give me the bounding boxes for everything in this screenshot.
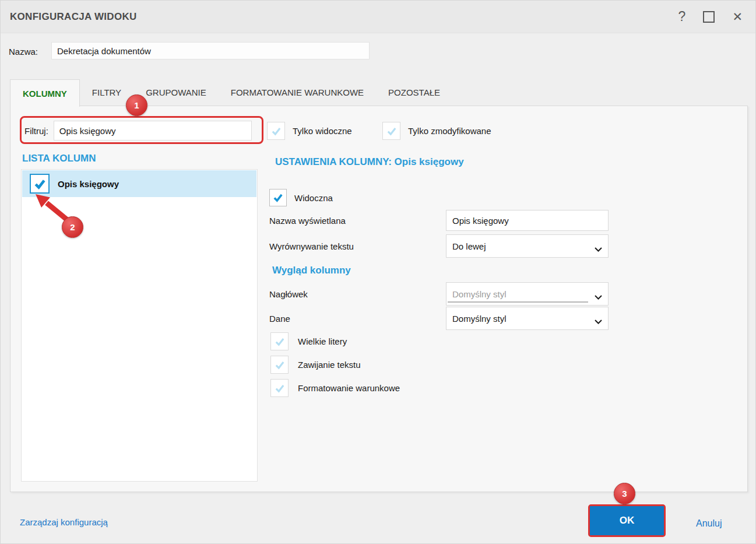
annotation-box-ok: OK bbox=[588, 504, 666, 537]
chevron-down-icon bbox=[595, 244, 602, 254]
header-style-label: Nagłówek bbox=[269, 289, 446, 299]
list-item[interactable]: Opis księgowy bbox=[22, 170, 256, 197]
data-style-select[interactable]: Domyślny styl bbox=[446, 307, 609, 330]
filter-row: Filtruj: bbox=[24, 119, 252, 142]
text-alignment-row: Wyrównywanie tekstu Do lewej bbox=[269, 234, 609, 258]
checked-checkbox-icon[interactable] bbox=[269, 189, 287, 206]
text-alignment-label: Wyrównywanie tekstu bbox=[269, 241, 446, 251]
window-controls: ? ✕ bbox=[678, 10, 746, 23]
faded-checkbox-icon[interactable] bbox=[270, 356, 289, 374]
header-style-value: Domyślny styl bbox=[452, 289, 507, 299]
close-icon[interactable]: ✕ bbox=[732, 10, 743, 23]
cancel-link[interactable]: Anuluj bbox=[696, 518, 722, 529]
display-name-input[interactable] bbox=[446, 210, 609, 231]
text-alignment-select[interactable]: Do lewej bbox=[446, 234, 609, 258]
manage-configuration-link[interactable]: Zarządzaj konfiguracją bbox=[20, 517, 108, 527]
filter-label: Filtruj: bbox=[24, 126, 48, 136]
option-conditional-formatting[interactable]: Formatowanie warunkowe bbox=[270, 379, 400, 397]
data-style-row: Dane Domyślny styl bbox=[269, 307, 609, 330]
tab-filtry[interactable]: FILTRY bbox=[80, 79, 133, 106]
toggle-only-visible-label: Tylko widoczne bbox=[293, 126, 352, 136]
display-name-label: Nazwa wyświetlana bbox=[269, 216, 446, 226]
checked-checkbox-icon[interactable] bbox=[30, 174, 50, 194]
option-conditional-formatting-label: Formatowanie warunkowe bbox=[298, 383, 400, 393]
faded-checkbox-icon[interactable] bbox=[382, 122, 400, 140]
dialog-title: KONFIGURACJA WIDOKU bbox=[10, 11, 137, 23]
toggle-only-visible[interactable]: Tylko widoczne bbox=[267, 122, 352, 140]
toggle-only-modified-label: Tylko zmodyfikowane bbox=[408, 126, 491, 136]
column-list-header: LISTA KOLUMN bbox=[22, 153, 96, 164]
tab-formatowanie-warunkowe[interactable]: FORMATOWANIE WARUNKOWE bbox=[219, 79, 376, 106]
data-style-value: Domyślny styl bbox=[452, 314, 507, 324]
chevron-down-icon bbox=[595, 316, 602, 326]
visible-checkbox-row[interactable]: Widoczna bbox=[269, 189, 333, 206]
header-style-select[interactable]: Domyślny styl bbox=[446, 282, 609, 306]
display-name-row: Nazwa wyświetlana bbox=[269, 210, 609, 231]
faded-checkbox-icon[interactable] bbox=[267, 122, 285, 140]
faded-checkbox-icon[interactable] bbox=[270, 379, 289, 397]
ok-button[interactable]: OK bbox=[590, 506, 664, 535]
tab-kolumny[interactable]: KOLUMNY bbox=[10, 79, 80, 107]
tab-content-panel: Filtruj: Tylko widoczne Tylko zmodyfikow… bbox=[10, 106, 748, 492]
text-alignment-value: Do lewej bbox=[452, 241, 486, 251]
column-listbox[interactable]: Opis księgowy bbox=[21, 169, 258, 482]
step-badge-1: 1 bbox=[126, 94, 147, 116]
appearance-header: Wygląd kolumny bbox=[272, 265, 351, 276]
step-badge-3: 3 bbox=[614, 483, 635, 504]
filter-input[interactable] bbox=[54, 121, 252, 141]
maximize-icon[interactable] bbox=[703, 11, 715, 23]
option-uppercase[interactable]: Wielkie litery bbox=[270, 332, 347, 350]
column-settings-header: USTAWIENIA KOLUMNY: Opis księgowy bbox=[275, 156, 464, 168]
option-uppercase-label: Wielkie litery bbox=[298, 336, 347, 346]
faded-checkbox-icon[interactable] bbox=[270, 332, 289, 350]
data-style-label: Dane bbox=[269, 314, 446, 324]
view-configuration-dialog: KONFIGURACJA WIDOKU ? ✕ Nazwa: KOLUMNY F… bbox=[0, 0, 756, 544]
option-wrap-text-label: Zawijanie tekstu bbox=[298, 360, 361, 370]
tab-pozostale[interactable]: POZOSTAŁE bbox=[376, 79, 452, 106]
tab-bar: KOLUMNY FILTRY GRUPOWANIE FORMATOWANIE W… bbox=[10, 79, 452, 107]
header-style-row: Nagłówek Domyślny styl bbox=[269, 282, 609, 306]
name-label: Nazwa: bbox=[9, 47, 38, 57]
name-input[interactable] bbox=[51, 42, 370, 59]
list-item-label: Opis księgowy bbox=[58, 179, 119, 189]
help-icon[interactable]: ? bbox=[678, 10, 686, 23]
visible-checkbox-label: Widoczna bbox=[294, 193, 333, 203]
step-badge-2: 2 bbox=[62, 216, 83, 238]
titlebar: KONFIGURACJA WIDOKU ? ✕ bbox=[1, 1, 755, 33]
option-wrap-text[interactable]: Zawijanie tekstu bbox=[270, 356, 361, 374]
toggle-only-modified[interactable]: Tylko zmodyfikowane bbox=[382, 122, 491, 140]
chevron-down-icon bbox=[595, 292, 602, 301]
